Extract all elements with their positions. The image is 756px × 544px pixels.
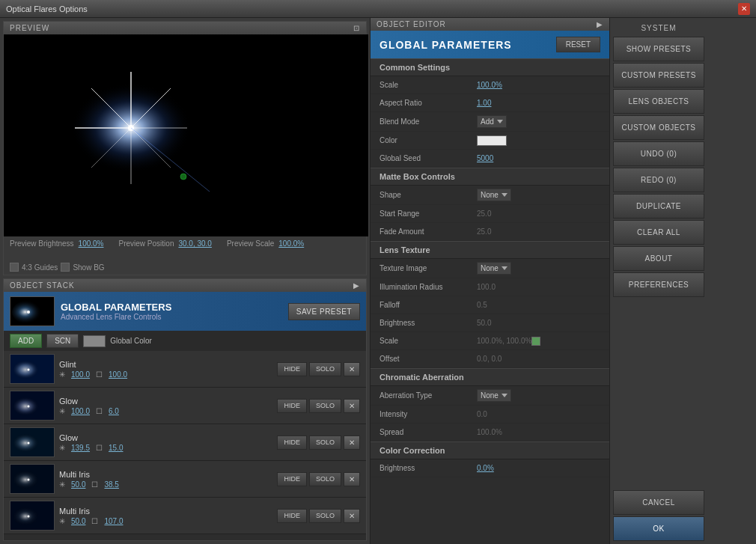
position-label: Preview Position [119,239,174,248]
solo-button[interactable]: SOLO [309,399,341,413]
param1-value[interactable]: 100.0 [71,370,90,379]
texture-image-label: Texture Image [379,264,477,272]
hide-button[interactable]: HIDE [277,362,307,376]
solo-button[interactable]: SOLO [309,435,341,450]
title-bar: Optical Flares Options ✕ [0,0,756,18]
aspect-ratio-label: Aspect Ratio [379,99,477,107]
color-swatch[interactable] [477,135,507,146]
param-illum-radius: Illumination Radius 100.0 [371,278,609,296]
blend-mode-dropdown[interactable]: Add [477,115,507,128]
stack-list: Glint ✳ 100.0 ☐ 100.0 HIDE SOLO ✕ [4,351,366,540]
param1-value[interactable]: 50.0 [71,480,85,489]
preview-header: PREVIEW ⊡ [4,22,366,34]
scale-checkbox[interactable] [531,337,540,346]
guides-checkbox[interactable] [10,263,19,272]
texture-image-dropdown[interactable]: None [477,262,511,275]
param1-value[interactable]: 100.0 [71,407,90,415]
undo-button[interactable]: UNDO (0) [613,141,704,166]
color-correction-title: Color Correction [371,441,609,459]
global-seed-value[interactable]: 5000 [477,154,493,162]
duplicate-button[interactable]: DUPLICATE [613,194,704,218]
show-presets-button[interactable]: SHOW PRESETS [613,37,704,61]
params-scroll[interactable]: Common Settings Scale 100.0% Aspect Rati… [371,58,609,544]
color-label: Color [379,136,477,144]
global-subtitle: Advanced Lens Flare Controls [61,313,282,321]
param2-value[interactable]: 6.0 [109,407,119,415]
cancel-button[interactable]: CANCEL [613,490,704,515]
lens-objects-button[interactable]: LENS OBJECTS [613,89,704,114]
about-button[interactable]: ABOUT [613,246,704,271]
svg-point-21 [28,406,30,408]
global-color-swatch[interactable] [83,335,106,347]
falloff-value: 0.5 [477,301,487,309]
item-info: Multi Iris ✳ 50.0 ☐ 38.5 [59,470,272,489]
hide-button[interactable]: HIDE [277,399,307,413]
hide-button[interactable]: HIDE [277,472,307,486]
stack-expand-icon[interactable]: ▶ [353,281,360,290]
close-button[interactable]: ✕ [738,3,750,15]
common-settings-title: Common Settings [371,58,609,76]
cc-brightness-label: Brightness [379,464,477,472]
scale-value[interactable]: 100.0% [278,239,304,248]
aberration-type-dropdown[interactable]: None [477,389,511,402]
param-texture-image: Texture Image None [371,259,609,278]
spread-label: Spread [379,428,477,436]
expand-icon[interactable]: ⊡ [353,24,360,32]
preview-section: PREVIEW ⊡ [3,21,367,275]
param2-value[interactable]: 107.0 [104,517,123,525]
remove-button[interactable]: ✕ [344,509,360,523]
shape-dropdown[interactable]: None [477,189,511,201]
param2-value[interactable]: 15.0 [109,444,123,452]
list-item: Multi Iris ✳ 50.0 ☐ 107.0 HIDE SOLO ✕ [4,498,366,534]
show-bg-checkbox[interactable] [61,263,70,272]
preferences-button[interactable]: PREFERENCES [613,272,704,297]
param1-icon: ✳ [59,407,65,415]
item-params: ✳ 50.0 ☐ 38.5 [59,480,272,489]
param-color: Color [371,132,609,150]
global-title: GLOBAL PARAMETERS [61,302,282,313]
param-scale: Scale 100.0% [371,76,609,94]
left-panel: PREVIEW ⊡ [0,18,371,544]
param1-icon: ✳ [59,370,65,379]
position-value[interactable]: 30.0, 30.0 [178,239,211,248]
param2-value[interactable]: 38.5 [104,480,118,489]
solo-button[interactable]: SOLO [309,472,341,486]
solo-button[interactable]: SOLO [309,509,341,523]
cc-brightness-value[interactable]: 0.0% [477,464,494,472]
custom-presets-button[interactable]: CUSTOM PRESETS [613,63,704,88]
param1-value[interactable]: 139.5 [71,444,90,452]
brightness-value[interactable]: 100.0% [79,239,104,248]
param1-value[interactable]: 50.0 [71,517,85,525]
clear-all-button[interactable]: CLEAR ALL [613,220,704,245]
reset-button[interactable]: RESET [556,37,600,52]
svg-point-15 [27,311,30,314]
hide-button[interactable]: HIDE [277,435,307,450]
preview-position-info: Preview Position 30.0, 30.0 [119,239,212,248]
item-info: Glow ✳ 100.0 ☐ 6.0 [59,397,272,415]
item-name: Glint [59,360,272,369]
hide-button[interactable]: HIDE [277,509,307,523]
remove-button[interactable]: ✕ [344,472,360,486]
ok-button[interactable]: OK [613,516,704,541]
list-item: Glow ✳ 139.5 ☐ 15.0 HIDE SOLO ✕ [4,424,366,461]
aspect-ratio-value[interactable]: 1.00 [477,99,491,107]
add-button[interactable]: ADD [10,334,42,348]
preview-canvas[interactable] [4,34,368,236]
global-seed-label: Global Seed [379,154,477,162]
remove-button[interactable]: ✕ [344,362,360,376]
redo-button[interactable]: REDO (0) [613,168,704,192]
param2-icon: ☐ [96,444,103,452]
item-buttons: HIDE SOLO ✕ [277,399,360,413]
chromatic-title: Chromatic Aberration [371,368,609,386]
save-preset-button[interactable]: SAVE PRESET [288,303,360,320]
preview-label: PREVIEW [10,24,49,32]
scn-button[interactable]: SCN [46,334,79,348]
custom-objects-button[interactable]: CUSTOM OBJECTS [613,115,704,140]
param-shape: Shape None [371,186,609,205]
global-params-header: GLOBAL PARAMETERS RESET [371,31,609,58]
scale-param-value[interactable]: 100.0% [477,81,502,89]
solo-button[interactable]: SOLO [309,362,341,376]
param2-value[interactable]: 100.0 [109,370,127,379]
remove-button[interactable]: ✕ [344,399,360,413]
remove-button[interactable]: ✕ [344,435,360,450]
